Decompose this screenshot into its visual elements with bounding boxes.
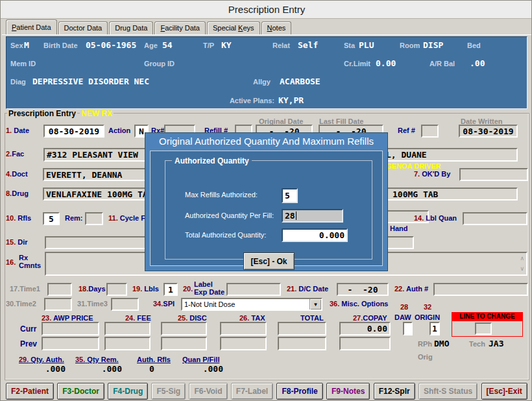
on-hand-label: Hand — [390, 225, 408, 232]
authorized-quantity-dialog: Original Authorized Quantity And Maximum… — [145, 132, 388, 271]
spi-label: 34.SPI — [153, 300, 175, 308]
function-key-bar: F2-Patient F3-Doctor F4-Drug F5-Sig F6-V… — [6, 383, 527, 398]
refills-field[interactable]: 5 — [43, 212, 60, 225]
max-refills-field[interactable]: 5 — [282, 188, 298, 203]
origin-number: 32 — [424, 303, 431, 311]
tab-divider — [2, 34, 531, 35]
prev-total-field[interactable] — [278, 337, 326, 350]
curr-fee-field[interactable] — [104, 322, 151, 335]
auth-number-field[interactable] — [433, 283, 528, 296]
relat-value: Self — [298, 40, 318, 50]
quan-pfill-value: .000 — [184, 364, 223, 374]
origin-header: ORIGIN — [415, 313, 440, 321]
daw-field[interactable] — [403, 322, 413, 335]
shft-s-status-button[interactable]: Shft-S Status — [418, 383, 478, 400]
dropdown-arrow-icon[interactable]: ▼ — [309, 299, 321, 310]
time2-label: 30.Time2 — [6, 300, 36, 308]
prev-tax-field[interactable] — [220, 337, 267, 350]
f5-sig-button[interactable]: F5-Sig — [151, 383, 186, 400]
prev-fee-field[interactable] — [104, 337, 151, 350]
tab-bar: Patient Data Doctor Data Drug Data Facil… — [6, 19, 291, 35]
scroll-up-icon[interactable]: ∧ — [520, 256, 524, 261]
f3-doctor-button[interactable]: F3-Doctor — [57, 383, 104, 400]
lbl-quan-label: 14. Lbl Quan — [414, 214, 457, 222]
qty-rem-value: .000 — [83, 364, 122, 374]
curr-total-field[interactable] — [278, 322, 326, 335]
lbls-field[interactable]: 1 — [163, 283, 178, 296]
tab-patient-data[interactable]: Patient Data — [6, 19, 57, 35]
prev-awp-field[interactable] — [42, 337, 99, 350]
qty-auth-header: 29. Qty. Auth. — [19, 356, 64, 363]
total-header: TOTAL — [300, 314, 324, 322]
f2-patient-button[interactable]: F2-Patient — [6, 383, 54, 400]
f8-profile-button[interactable]: F8-Profile — [276, 383, 322, 400]
crlimit-label: Cr.Limit — [344, 60, 370, 67]
date-written-field[interactable]: 08-30-2019 — [459, 125, 518, 138]
rx-cmnts-label: RxCmnts — [19, 254, 41, 269]
time3-field[interactable] — [111, 298, 139, 311]
active-plans-value: KY,PR — [278, 95, 304, 105]
tab-doctor-data[interactable]: Doctor Data — [58, 21, 108, 35]
curr-copay-field[interactable]: 0.00 — [339, 322, 391, 335]
rph-value: DMO — [434, 339, 449, 348]
patient-summary-panel: Sex M Birth Date 05-06-1965 Age 54 T/P K… — [6, 36, 527, 109]
curr-tax-field[interactable] — [220, 322, 267, 335]
authorized-quantity-group: Authorized Quantity Max Refills Authoriz… — [165, 160, 372, 260]
prev-disc-field[interactable] — [161, 337, 207, 350]
dc-date-field[interactable]: - -20 — [337, 283, 389, 296]
arbal-value: .00 — [470, 58, 485, 68]
esc-exit-button[interactable]: [Esc]-Exit — [481, 383, 527, 400]
scroll-down-icon[interactable]: ∨ — [520, 266, 524, 272]
f6-void-button[interactable]: F6-Void — [189, 383, 227, 400]
rph-label: RPh — [418, 340, 432, 348]
spi-dropdown[interactable]: 1-Not Unit Dose ▼ — [181, 298, 322, 311]
rem-label: Rem: — [65, 214, 83, 222]
f7-label-button[interactable]: F7-Label — [231, 383, 273, 400]
date-field[interactable]: 08-30-2019 — [43, 125, 104, 138]
lbls-label: 19. Lbls — [132, 285, 159, 293]
daw-number: 28 — [400, 303, 408, 311]
days-field[interactable] — [106, 283, 127, 296]
prev-copay-field[interactable] — [339, 337, 391, 350]
f4-drug-button[interactable]: F4-Drug — [108, 383, 148, 400]
f9-notes-button[interactable]: F9-Notes — [326, 383, 370, 400]
tab-special-keys[interactable]: Special Keys — [207, 21, 260, 35]
age-value: 54 — [162, 40, 173, 50]
active-plans-row: Active Plans: KY,PR — [6, 95, 527, 105]
label-exp-number: 20. — [183, 285, 193, 293]
origin-field[interactable]: 1 — [429, 322, 440, 335]
quan-pfill-header: Quan P/Fill — [182, 356, 219, 363]
room-label: Room — [400, 42, 420, 49]
rem-field[interactable] — [85, 212, 103, 225]
groupid-label: Group ID — [144, 60, 175, 67]
tab-notes[interactable]: Notes — [261, 21, 292, 35]
curr-awp-field[interactable] — [42, 322, 99, 335]
tab-facility-data[interactable]: Facility Data — [154, 21, 206, 35]
tp-label: T/P — [203, 42, 214, 49]
line-to-change-banner: LINE TO CHANGE — [452, 312, 523, 321]
tab-drug-data[interactable]: Drug Data — [109, 21, 153, 35]
okd-by-field[interactable] — [459, 168, 528, 181]
awp-price-header: 23. AWP PRICE — [42, 314, 93, 322]
label-exp-date-field[interactable] — [226, 283, 281, 296]
ref-number-label: Ref # — [398, 127, 415, 134]
bed-label: Bed — [467, 42, 481, 49]
line-to-change-field[interactable] — [475, 322, 492, 335]
esc-ok-button[interactable]: [Esc] - Ok — [243, 252, 295, 270]
lbl-quan-field[interactable] — [463, 212, 527, 225]
time1-field[interactable] — [47, 283, 72, 296]
total-qty-field[interactable]: 0.000 — [282, 228, 348, 242]
ref-number-field[interactable] — [421, 125, 439, 138]
curr-disc-field[interactable] — [161, 322, 207, 335]
allgy-label: Allgy — [253, 78, 271, 86]
okd-by-label: 7. OK'D By — [414, 170, 450, 178]
qty-per-fill-label: Authorized Quantity Per Fill: — [185, 212, 274, 219]
max-refills-label: Max Refills Authorized: — [185, 191, 258, 199]
tp-value: KY — [221, 40, 232, 50]
qty-per-fill-field[interactable]: 28 — [282, 209, 343, 223]
genoa-driver-flag: GENOA DRIVER — [386, 162, 441, 170]
time2-field[interactable] — [44, 298, 72, 311]
curr-label: Curr — [20, 324, 36, 334]
f12-splr-button[interactable]: F12-Splr — [374, 383, 415, 400]
auth-rfls-value: 0 — [142, 364, 162, 374]
